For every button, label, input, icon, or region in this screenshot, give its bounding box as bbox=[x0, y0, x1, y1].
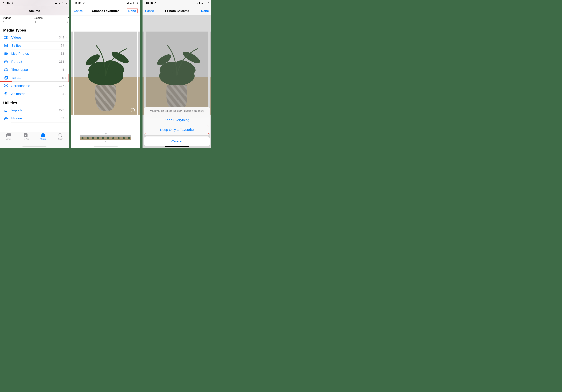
wifi-icon bbox=[201, 2, 204, 4]
list-row-label: Live Photos bbox=[11, 52, 61, 56]
filmstrip-thumb[interactable] bbox=[95, 135, 101, 140]
tab-label: For You bbox=[23, 138, 29, 140]
tab-label: Search bbox=[58, 138, 63, 140]
filmstrip-indicator-arrow-icon bbox=[105, 133, 107, 134]
add-album-button[interactable]: ＋ bbox=[3, 8, 7, 13]
svg-line-7 bbox=[7, 70, 7, 71]
photo-content-icon bbox=[80, 42, 131, 87]
keep-everything-button[interactable]: Keep Everything bbox=[144, 115, 210, 125]
list-row-count: 137 bbox=[59, 84, 64, 88]
chevron-right-icon: › bbox=[65, 116, 67, 120]
list-row-count: 222 bbox=[59, 108, 64, 112]
location-arrow-icon bbox=[11, 2, 13, 4]
photo-area[interactable] bbox=[71, 15, 140, 148]
status-time: 10:08 bbox=[74, 2, 82, 5]
media-type-row-live-photos[interactable]: Live Photos 12 › bbox=[0, 49, 69, 58]
svg-rect-30 bbox=[42, 133, 44, 134]
filmstrip[interactable] bbox=[80, 135, 131, 140]
media-type-row-portrait[interactable]: Portrait 283 › bbox=[0, 58, 69, 66]
status-bar: 10:07 bbox=[0, 0, 69, 6]
svg-point-37 bbox=[110, 49, 130, 65]
filmstrip-thumb[interactable] bbox=[121, 135, 126, 140]
chevron-right-icon: › bbox=[65, 59, 67, 64]
nav-title: Choose Favourites bbox=[85, 9, 126, 13]
home-indicator[interactable] bbox=[22, 146, 47, 146]
media-types-list: Videos 344 › Selfies 99 › Live Photos 12… bbox=[0, 34, 69, 98]
album-thumb-row[interactable]: Videos 4 Selfies 4 P 1 bbox=[0, 15, 69, 25]
filmstrip-thumb[interactable] bbox=[126, 135, 131, 140]
done-button[interactable]: Done bbox=[126, 9, 138, 13]
done-highlight: Done bbox=[127, 9, 138, 13]
media-type-row-time-lapse[interactable]: Time-lapse 5 › bbox=[0, 66, 69, 74]
action-sheet: Would you like to keep the other 7 photo… bbox=[144, 107, 210, 146]
list-row-label: Imports bbox=[11, 108, 59, 112]
list-row-count: 5 bbox=[62, 68, 64, 71]
action-sheet-group: Would you like to keep the other 7 photo… bbox=[144, 107, 210, 135]
list-row-count: 89 bbox=[61, 117, 64, 120]
action-sheet-cancel-button[interactable]: Cancel bbox=[144, 136, 210, 146]
filmstrip-thumb[interactable] bbox=[80, 135, 85, 140]
screenshot-icon bbox=[3, 84, 9, 88]
filmstrip-thumb[interactable] bbox=[106, 135, 111, 140]
media-type-row-screenshots[interactable]: Screenshots 137 › bbox=[0, 82, 69, 90]
nav-title: 1 Photo Selected bbox=[156, 9, 198, 13]
list-row-label: Hidden bbox=[11, 116, 61, 120]
album-thumb[interactable]: Videos 4 bbox=[3, 16, 11, 24]
list-row-count: 283 bbox=[59, 60, 64, 63]
filmstrip-thumb[interactable] bbox=[116, 135, 121, 140]
album-thumb[interactable]: Selfies 4 bbox=[35, 16, 43, 24]
tab-library[interactable]: Library bbox=[6, 133, 11, 148]
nav-title: Albums bbox=[0, 9, 69, 13]
cube-icon bbox=[3, 60, 9, 64]
concentric-circles-icon bbox=[3, 52, 9, 56]
page-dot-icon bbox=[105, 141, 106, 142]
media-type-row-selfies[interactable]: Selfies 99 › bbox=[0, 42, 69, 49]
albums-content[interactable]: Videos 4 Selfies 4 P 1 Media Types Video… bbox=[0, 15, 69, 148]
album-thumb[interactable]: P 1 bbox=[67, 16, 69, 24]
keep-only-favourite-button[interactable]: Keep Only 1 Favourite bbox=[145, 126, 209, 134]
next-photo-peek[interactable] bbox=[138, 32, 140, 115]
tab-label: Library bbox=[6, 138, 11, 140]
timelapse-icon bbox=[3, 68, 9, 71]
album-thumb-label: Selfies bbox=[35, 16, 43, 20]
chevron-right-icon: › bbox=[65, 68, 67, 72]
home-indicator[interactable] bbox=[165, 146, 189, 147]
media-type-row-animated[interactable]: Animated 2 › bbox=[0, 90, 69, 98]
battery-icon bbox=[205, 2, 209, 4]
utilities-row-imports[interactable]: Imports 222 › bbox=[0, 106, 69, 114]
svg-point-34 bbox=[87, 59, 109, 77]
done-button[interactable]: Done bbox=[198, 9, 209, 13]
cancel-button[interactable]: Cancel bbox=[74, 9, 85, 13]
media-type-row-videos[interactable]: Videos 344 › bbox=[0, 34, 69, 42]
burst-photo[interactable] bbox=[74, 32, 137, 115]
filmstrip-thumb[interactable] bbox=[101, 135, 106, 140]
status-time: 10:08 bbox=[146, 2, 153, 5]
tab-search[interactable]: Search bbox=[58, 133, 63, 148]
prev-photo-peek[interactable] bbox=[71, 32, 73, 115]
chevron-right-icon: › bbox=[65, 92, 67, 96]
list-row-label: Videos bbox=[11, 36, 59, 39]
media-type-row-bursts[interactable]: Bursts 5 › bbox=[0, 74, 69, 82]
home-indicator[interactable] bbox=[94, 146, 118, 146]
selection-circle-icon[interactable] bbox=[131, 108, 135, 112]
cancel-button[interactable]: Cancel bbox=[145, 9, 156, 13]
screen-albums: 10:07 ＋ Albums Videos 4 Selfies 4 bbox=[0, 0, 69, 148]
filmstrip-thumb[interactable] bbox=[111, 135, 116, 140]
svg-line-32 bbox=[61, 136, 62, 137]
utilities-row-hidden[interactable]: Hidden 89 › bbox=[0, 114, 69, 122]
svg-rect-0 bbox=[4, 36, 7, 39]
svg-line-13 bbox=[4, 69, 5, 69]
battery-icon bbox=[62, 2, 66, 4]
chevron-right-icon: › bbox=[65, 84, 67, 88]
list-row-label: Screenshots bbox=[11, 84, 59, 88]
action-sheet-message: Would you like to keep the other 7 photo… bbox=[144, 107, 210, 115]
svg-line-14 bbox=[5, 68, 5, 69]
status-bar: 10:08 bbox=[71, 0, 140, 6]
svg-line-23 bbox=[4, 117, 8, 119]
diamond-stack-icon bbox=[3, 92, 9, 96]
tab-label: Albums bbox=[40, 138, 46, 140]
filmstrip-thumb[interactable] bbox=[85, 135, 90, 140]
chevron-right-icon: › bbox=[65, 36, 67, 40]
svg-point-4 bbox=[5, 53, 7, 55]
filmstrip-thumb[interactable] bbox=[90, 135, 95, 140]
